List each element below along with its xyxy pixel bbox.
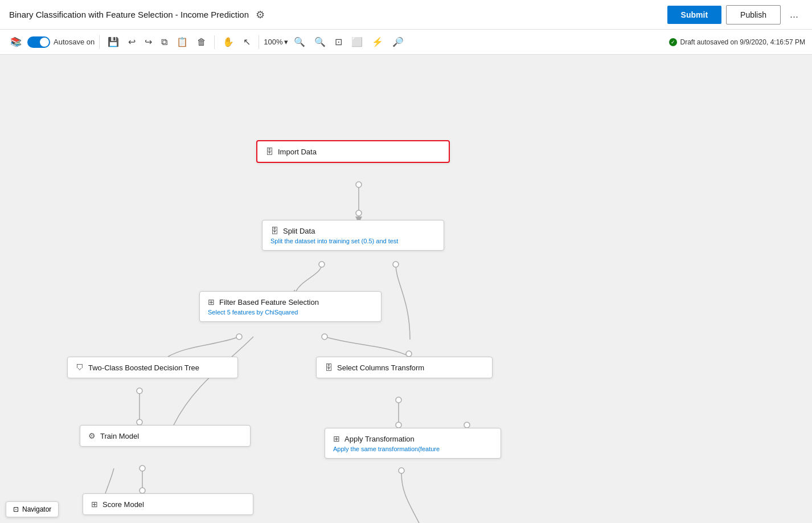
publish-button[interactable]: Publish	[726, 5, 781, 24]
status-icon: ✓	[669, 38, 677, 46]
split-data-node[interactable]: 🗄 Split Data Split the dataset into trai…	[262, 220, 444, 251]
paste-button[interactable]: 📋	[173, 34, 191, 50]
apply-transformation-icon: ⊞	[333, 434, 340, 443]
decision-tree-icon: ⛉	[76, 363, 84, 372]
train-model-icon: ⚙	[88, 431, 96, 440]
svg-point-11	[140, 488, 145, 493]
svg-point-3	[319, 262, 325, 267]
decision-tree-node[interactable]: ⛉ Two-Class Boosted Decision Tree	[67, 357, 238, 378]
toolbar-divider2	[214, 35, 215, 49]
select-columns-transform-node[interactable]: 🗄 Select Columns Transform	[316, 357, 493, 378]
svg-point-13	[396, 397, 401, 403]
panel-toggle-button[interactable]: 📚	[7, 34, 25, 50]
save-button[interactable]: 💾	[104, 34, 122, 50]
more-options-button[interactable]: ...	[785, 6, 803, 23]
zoom-control[interactable]: 100% ▾	[264, 38, 288, 46]
apply-transformation-subtitle: Apply the same transformation(feature	[333, 446, 493, 452]
import-data-icon: 🗄	[265, 147, 273, 156]
import-data-title: Import Data	[278, 148, 317, 156]
svg-point-14	[396, 422, 401, 428]
select-columns-transform-icon: 🗄	[325, 363, 333, 372]
filter-feature-subtitle: Select 5 features by ChiSquared	[208, 309, 373, 316]
toolbar-divider	[99, 35, 100, 49]
apply-transformation-node[interactable]: ⊞ Apply Transformation Apply the same tr…	[325, 428, 501, 459]
score-model-node[interactable]: ⊞ Score Model	[83, 493, 253, 515]
zoom-in-button[interactable]: 🔍	[290, 34, 309, 50]
pan-button[interactable]: ✋	[219, 34, 237, 50]
train-model-title: Train Model	[100, 432, 139, 440]
decision-tree-title: Two-Class Boosted Decision Tree	[88, 363, 199, 372]
status-text: Draft autosaved on 9/9/2020, 4:16:57 PM	[680, 38, 805, 46]
svg-point-16	[399, 468, 404, 473]
navigator-button[interactable]: ⊡ Navigator	[6, 501, 59, 517]
delete-button[interactable]: 🗑	[194, 35, 210, 50]
autosave-label: Autosave on	[54, 38, 95, 46]
filter-feature-node[interactable]: ⊞ Filter Based Feature Selection Select …	[199, 291, 382, 322]
split-data-subtitle: Split the dataset into training set (0.5…	[270, 238, 436, 244]
svg-point-10	[140, 465, 145, 471]
page-title: Binary Classification with Feature Selec…	[9, 10, 249, 19]
filter-feature-icon: ⊞	[208, 297, 215, 307]
settings-button[interactable]: ⚙	[256, 9, 265, 21]
search-button[interactable]: 🔎	[389, 34, 407, 50]
lightning-button[interactable]: ⚡	[368, 34, 387, 50]
split-data-icon: 🗄	[270, 226, 278, 235]
redo-button[interactable]: ↪	[141, 34, 155, 50]
apply-transformation-title: Apply Transformation	[345, 435, 415, 443]
svg-point-5	[393, 262, 399, 267]
status-area: ✓ Draft autosaved on 9/9/2020, 4:16:57 P…	[669, 38, 805, 46]
select-columns-transform-title: Select Columns Transform	[337, 363, 424, 372]
import-data-node[interactable]: 🗄 Import Data	[256, 140, 450, 163]
zoom-chevron-icon: ▾	[284, 38, 288, 46]
split-data-title: Split Data	[283, 227, 315, 235]
score-model-icon: ⊞	[91, 500, 98, 509]
svg-point-1	[356, 210, 362, 216]
filter-feature-title: Filter Based Feature Selection	[219, 298, 319, 307]
navigator-icon: ⊡	[13, 505, 19, 513]
score-model-title: Score Model	[102, 500, 144, 509]
select-button[interactable]: ↖	[240, 34, 254, 50]
fit-view-button[interactable]: ⊡	[331, 34, 346, 50]
undo-button[interactable]: ↩	[125, 34, 139, 50]
svg-point-6	[236, 334, 242, 340]
svg-point-0	[356, 182, 362, 187]
copy-button[interactable]: ⧉	[158, 35, 171, 50]
svg-point-8	[137, 388, 142, 394]
toolbar-divider3	[259, 35, 259, 49]
train-model-node[interactable]: ⚙ Train Model	[80, 425, 251, 447]
zoom-out-button[interactable]: 🔍	[311, 34, 329, 50]
svg-point-15	[464, 422, 470, 428]
zoom-value: 100%	[264, 38, 282, 46]
svg-point-12	[406, 351, 412, 357]
submit-button[interactable]: Submit	[667, 6, 721, 24]
frame-button[interactable]: ⬜	[348, 34, 366, 50]
svg-point-7	[322, 334, 327, 340]
autosave-toggle[interactable]	[27, 36, 50, 48]
navigator-label: Navigator	[22, 505, 51, 513]
svg-point-9	[137, 419, 142, 425]
